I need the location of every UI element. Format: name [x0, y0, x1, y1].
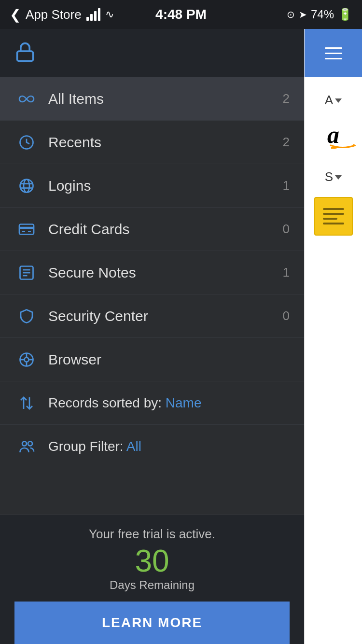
trial-days-label: Days Remaining	[14, 578, 290, 592]
sidebar-item-credit-cards[interactable]: Credit Cards 0	[0, 208, 304, 251]
left-panel: All Items 2 Recents 2	[0, 29, 304, 644]
shield-icon	[14, 308, 39, 325]
globe-icon	[14, 177, 39, 195]
hamburger-icon	[325, 47, 342, 59]
sidebar-item-browser[interactable]: Browser	[0, 338, 304, 381]
security-center-label: Security Center	[48, 308, 283, 324]
status-time: 4:48 PM	[155, 7, 207, 22]
trial-days: 30	[14, 546, 290, 576]
group-filter-label: Group Filter: All	[48, 439, 290, 454]
all-items-count: 2	[283, 91, 290, 106]
location-icon: ➤	[299, 9, 307, 20]
security-center-count: 0	[283, 308, 290, 323]
logins-count: 1	[283, 178, 290, 193]
sidebar-item-group-filter[interactable]: Group Filter: All	[0, 425, 304, 468]
logins-label: Logins	[48, 178, 283, 194]
battery-icon: 🔋	[338, 8, 352, 21]
svg-rect-0	[17, 51, 33, 61]
trial-text: Your free trial is active.	[14, 527, 290, 542]
panel-header	[0, 29, 304, 77]
amazon-list-item[interactable]: a	[309, 115, 358, 154]
svg-point-23	[28, 441, 32, 446]
svg-point-2	[20, 179, 33, 192]
browser-label: Browser	[48, 351, 290, 368]
credit-cards-label: Credit Cards	[48, 221, 283, 238]
right-panel: A a S	[304, 29, 362, 644]
infinity-icon	[14, 90, 39, 108]
trial-banner: Your free trial is active. 30 Days Remai…	[0, 515, 304, 644]
status-right: ⊙ ➤ 74% 🔋	[287, 8, 352, 21]
section-s-chevron-icon	[335, 175, 342, 180]
sidebar-item-sort[interactable]: Records sorted by: Name	[0, 381, 304, 425]
section-a-header: A	[325, 87, 342, 111]
sidebar-item-logins[interactable]: Logins 1	[0, 164, 304, 208]
screen-rotate-icon: ⊙	[287, 9, 295, 20]
learn-more-button[interactable]: LEARN MORE	[14, 602, 290, 644]
status-bar: ❮ App Store ∿ 4:48 PM ⊙ ➤ 74% 🔋	[0, 0, 362, 29]
back-arrow-icon[interactable]: ❮	[10, 7, 21, 23]
recents-count: 2	[283, 135, 290, 150]
svg-point-3	[24, 179, 29, 192]
svg-point-15	[25, 357, 29, 362]
sort-icon	[14, 394, 39, 412]
sidebar-item-security-center[interactable]: Security Center 0	[0, 294, 304, 338]
note-lines-icon	[319, 204, 348, 228]
group-icon	[14, 438, 39, 455]
credit-cards-count: 0	[283, 222, 290, 237]
wifi-icon: ∿	[105, 8, 114, 21]
main-layout: All Items 2 Recents 2	[0, 29, 362, 644]
section-s-letter: S	[325, 169, 333, 184]
svg-marker-24	[353, 144, 356, 147]
note-icon	[14, 264, 39, 281]
sidebar-item-recents[interactable]: Recents 2	[0, 121, 304, 164]
secure-note-list-item[interactable]	[314, 197, 353, 236]
battery-label: 74%	[311, 8, 334, 21]
all-items-label: All Items	[48, 91, 283, 107]
browser-icon	[14, 351, 39, 368]
credit-card-icon	[14, 221, 39, 238]
secure-notes-label: Secure Notes	[48, 265, 283, 281]
sort-label: Records sorted by: Name	[48, 395, 290, 411]
svg-point-22	[22, 441, 27, 446]
right-header[interactable]	[305, 29, 362, 77]
lock-icon	[14, 42, 36, 65]
amazon-logo-icon: a	[327, 123, 339, 147]
signal-icon	[86, 8, 100, 21]
menu-items: All Items 2 Recents 2	[0, 77, 304, 515]
recents-label: Recents	[48, 134, 283, 151]
svg-rect-6	[19, 224, 34, 234]
sidebar-item-secure-notes[interactable]: Secure Notes 1	[0, 251, 304, 294]
status-left: ❮ App Store ∿	[10, 7, 114, 23]
carrier-label: App Store	[26, 7, 82, 22]
section-s-header: S	[325, 164, 342, 187]
section-a-chevron-icon	[335, 98, 342, 103]
secure-notes-count: 1	[283, 265, 290, 280]
sidebar-item-all-items[interactable]: All Items 2	[0, 77, 304, 121]
right-panel-items: A a S	[305, 77, 362, 644]
section-a-letter: A	[325, 93, 333, 108]
clock-icon	[14, 134, 39, 151]
